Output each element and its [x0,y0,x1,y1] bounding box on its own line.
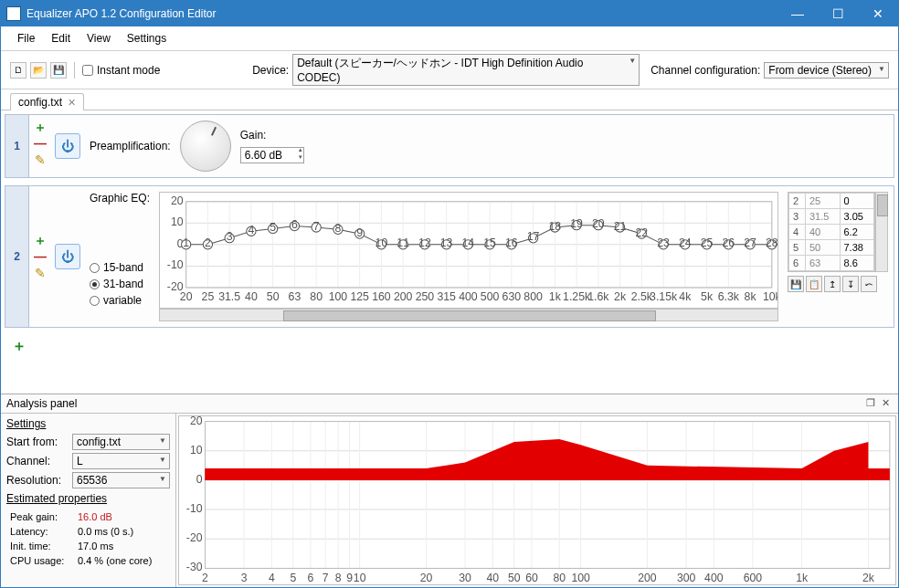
svg-text:10: 10 [190,444,203,457]
svg-text:-20: -20 [186,531,203,544]
tab-config[interactable]: config.txt ✕ [10,93,84,110]
app-icon [6,6,21,21]
power-button[interactable]: ⏻ [55,244,80,269]
menu-edit[interactable]: Edit [44,30,78,47]
svg-text:25: 25 [701,236,714,249]
power-button[interactable]: ⏻ [55,133,80,159]
svg-text:20: 20 [171,194,184,207]
tabbar: config.txt ✕ [1,89,898,110]
reset-icon[interactable]: ⤺ [861,276,877,292]
import-icon[interactable]: ↥ [824,276,841,292]
close-panel-icon[interactable]: ✕ [878,396,893,411]
svg-text:10k: 10k [763,290,777,303]
eq-chart[interactable]: -20-100102012345678910111213141516171819… [159,192,778,309]
svg-text:-10: -10 [186,502,203,515]
latency-value: 0.0 ms (0 s.) [76,525,153,538]
analysis-chart[interactable]: -30-20-100102023456789102030405060801002… [178,415,896,585]
titlebar: Equalizer APO 1.2 Configuration Editor —… [1,1,898,26]
svg-text:30: 30 [459,571,471,583]
start-from-select[interactable]: config.txt [72,434,170,450]
gain-input[interactable]: 6.60 dB [240,147,304,163]
svg-text:5: 5 [270,221,276,234]
eq-table-vscroll[interactable] [875,192,888,272]
svg-text:31.5: 31.5 [218,290,240,303]
copy-icon[interactable]: 📋 [806,276,822,292]
open-file-icon[interactable]: 📂 [30,62,47,79]
svg-text:12: 12 [418,236,431,249]
svg-text:3.15k: 3.15k [650,290,678,303]
svg-text:60: 60 [525,571,538,583]
cpu-usage-value: 0.4 % (one core) [76,554,153,567]
svg-text:26: 26 [723,236,735,249]
add-icon[interactable]: ＋ [34,234,47,247]
eq-table[interactable]: 2250331.53.054406.25507.386638.6 [788,192,875,272]
channel-config-select[interactable]: From device (Stereo) [764,62,889,79]
svg-text:1.6k: 1.6k [587,290,609,303]
init-time-value: 17.0 ms [76,540,153,552]
svg-text:80: 80 [553,571,566,583]
add-icon[interactable]: ＋ [34,121,47,133]
svg-text:9: 9 [356,226,363,239]
svg-text:400: 400 [459,290,478,303]
svg-text:80: 80 [310,290,323,303]
graphic-eq-label: Graphic EQ: [90,192,150,205]
remove-icon[interactable]: — [34,137,47,150]
svg-text:400: 400 [704,571,724,583]
row-controls: ＋ — ✎ [29,186,51,327]
minimize-button[interactable]: — [777,1,818,26]
radio-variable[interactable]: variable [90,294,150,307]
svg-text:200: 200 [638,571,657,583]
svg-text:23: 23 [657,236,670,249]
svg-text:8: 8 [335,571,342,583]
svg-text:7: 7 [313,220,320,233]
close-button[interactable]: ✕ [858,1,898,26]
svg-text:2k: 2k [614,290,627,303]
instant-mode-input[interactable] [82,65,93,76]
svg-text:1k: 1k [549,290,562,303]
gain-label: Gain: [240,129,304,142]
radio-31-band[interactable]: 31-band [90,278,150,290]
instant-mode-label: Instant mode [97,64,160,77]
filter-row-1: 1 ＋ — ✎ ⏻ Preamplification: Gain: 6.60 d… [5,114,894,178]
tab-close-icon[interactable]: ✕ [68,97,76,109]
gain-dial[interactable] [180,121,231,172]
svg-text:4: 4 [249,224,255,236]
eq-hscroll[interactable] [159,309,778,321]
svg-text:17: 17 [527,230,540,243]
svg-text:630: 630 [502,290,522,303]
save-icon[interactable]: 💾 [788,276,804,292]
edit-icon[interactable]: ✎ [35,267,46,279]
save-file-icon[interactable]: 💾 [50,62,67,79]
device-select[interactable]: Default (スピーカー/ヘッドホン - IDT High Definiti… [292,54,640,86]
svg-text:100: 100 [329,290,348,303]
svg-text:5k: 5k [701,290,714,303]
flip-icon[interactable]: ↧ [842,276,859,292]
svg-text:21: 21 [614,220,627,233]
svg-text:500: 500 [481,290,500,303]
menu-settings[interactable]: Settings [120,30,174,47]
new-file-icon[interactable]: 🗋 [10,62,26,79]
instant-mode-checkbox[interactable]: Instant mode [82,64,160,77]
remove-icon[interactable]: — [34,250,47,263]
device-label: Device: [252,64,289,77]
svg-text:28: 28 [766,236,777,249]
svg-text:1: 1 [183,236,189,249]
svg-text:-30: -30 [186,561,203,573]
menu-file[interactable]: File [10,30,42,47]
svg-text:9: 9 [346,571,353,583]
channel-select[interactable]: L [72,453,170,469]
undock-icon[interactable]: ❐ [863,396,878,411]
maximize-button[interactable]: ☐ [818,1,858,26]
svg-text:-10: -10 [167,258,184,271]
menu-view[interactable]: View [79,30,118,47]
svg-text:0: 0 [196,473,203,486]
svg-text:3: 3 [227,230,233,243]
edit-icon[interactable]: ✎ [35,153,46,166]
resolution-select[interactable]: 65536 [72,472,170,488]
add-filter-icon[interactable]: ＋ [12,338,26,353]
svg-text:22: 22 [636,226,649,239]
svg-text:20: 20 [190,416,203,427]
svg-text:6: 6 [291,218,298,231]
radio-15-band[interactable]: 15-band [90,261,150,274]
analysis-title: Analysis panel [6,397,863,410]
